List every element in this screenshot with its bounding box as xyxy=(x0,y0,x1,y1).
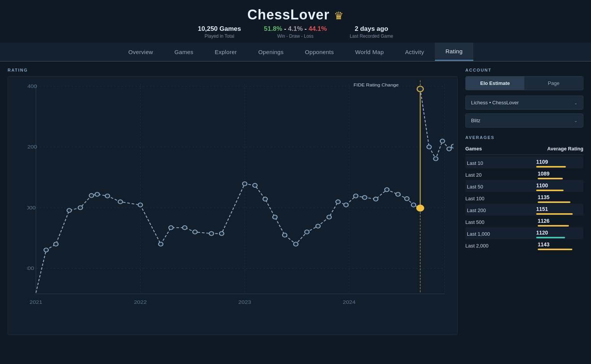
header-title-row: ChessLover ♛ xyxy=(0,7,591,23)
games-stat: 10,250 Games Played in Total xyxy=(198,25,241,39)
wdl-stat: 51.8% - 4.1% - 44.1% Win - Draw - Loss xyxy=(264,25,327,39)
avg-row-value-col: 1143 xyxy=(538,241,583,250)
svg-point-57 xyxy=(440,139,445,143)
svg-point-33 xyxy=(182,226,187,230)
svg-point-25 xyxy=(78,206,83,209)
avg-row-label: Last 200 xyxy=(467,208,497,213)
chevron-down-icon-2: ⌄ xyxy=(574,118,578,123)
last-game: 2 days ago xyxy=(350,25,393,33)
avg-row-label: Last 10 xyxy=(467,160,497,166)
account-section: ACCOUNT Elo Estimate Page Lichess • Ches… xyxy=(465,68,583,128)
win-pct: 51.8% xyxy=(264,25,282,32)
main-content: RATING 8 xyxy=(0,62,591,341)
svg-point-55 xyxy=(427,145,431,149)
svg-point-45 xyxy=(327,215,332,219)
game-mode-value: Blitz xyxy=(471,118,481,123)
avg-row: Last 200 1151 xyxy=(465,204,583,216)
nav-opponents[interactable]: Opponents xyxy=(294,43,345,61)
svg-point-38 xyxy=(253,184,257,187)
avg-bar-container xyxy=(536,166,582,168)
svg-point-35 xyxy=(209,231,214,235)
svg-point-34 xyxy=(193,230,197,234)
svg-text:1400: 1400 xyxy=(27,83,37,89)
nav-activity[interactable]: Activity xyxy=(395,43,435,61)
avg-bar xyxy=(538,178,563,179)
svg-point-47 xyxy=(344,203,348,207)
nav-overview[interactable]: Overview xyxy=(118,43,164,61)
avg-bar xyxy=(538,201,570,203)
nav-explorer[interactable]: Explorer xyxy=(204,43,248,61)
last-game-stat: 2 days ago Last Recorded Game xyxy=(350,25,393,39)
nav-worldmap[interactable]: World Map xyxy=(345,43,395,61)
chevron-down-icon: ⌄ xyxy=(574,100,578,105)
avg-row-value: 1089 xyxy=(538,171,549,177)
avg-row-value-col: 1109 xyxy=(536,159,582,168)
avg-bar-container xyxy=(538,201,583,203)
nav-rating[interactable]: Rating xyxy=(435,43,473,61)
svg-point-46 xyxy=(336,200,340,204)
svg-point-58 xyxy=(447,147,452,151)
avg-row-label: Last 500 xyxy=(465,219,496,225)
avg-row: Last 20 1089 xyxy=(465,168,583,180)
crown-icon: ♛ xyxy=(334,10,343,22)
svg-point-52 xyxy=(396,192,400,196)
svg-point-29 xyxy=(118,200,123,204)
avg-row: Last 10 1109 xyxy=(465,156,583,168)
loss-pct: 44.1% xyxy=(308,25,327,32)
avg-row-label: Last 20 xyxy=(465,172,496,178)
averages-table: Games Average Rating Last 10 1109 Last 2… xyxy=(465,144,583,251)
platform-value: Lichess • ChessLover xyxy=(471,100,519,105)
avg-bar-container xyxy=(538,225,583,227)
svg-text:2021: 2021 xyxy=(29,299,42,305)
games-label: Played in Total xyxy=(198,34,241,39)
right-panel: ACCOUNT Elo Estimate Page Lichess • Ches… xyxy=(465,68,583,335)
platform-dropdown[interactable]: Lichess • ChessLover ⌄ xyxy=(465,96,583,110)
avg-row: Last 500 1126 xyxy=(465,216,583,227)
nav-games[interactable]: Games xyxy=(164,43,204,61)
avg-col2-header: Average Rating xyxy=(547,146,583,152)
averages-section: AVERAGES Games Average Rating Last 10 11… xyxy=(465,135,583,251)
spike-circle xyxy=(417,86,423,91)
svg-point-39 xyxy=(263,197,268,201)
account-toggle-group: Elo Estimate Page xyxy=(465,76,583,90)
wdl-values: 51.8% - 4.1% - 44.1% xyxy=(264,25,327,33)
avg-bar xyxy=(538,249,572,250)
nav-openings[interactable]: Openings xyxy=(248,43,294,61)
toggle-elo-estimate[interactable]: Elo Estimate xyxy=(466,77,524,90)
username: ChessLover xyxy=(248,7,330,22)
game-mode-dropdown[interactable]: Blitz ⌄ xyxy=(465,113,583,128)
navigation: Overview Games Explorer Openings Opponen… xyxy=(0,43,591,62)
svg-point-23 xyxy=(54,242,58,246)
svg-point-44 xyxy=(316,224,320,228)
svg-text:1200: 1200 xyxy=(27,144,37,150)
svg-point-31 xyxy=(158,242,163,246)
svg-point-36 xyxy=(219,231,224,235)
header-stats: 10,250 Games Played in Total 51.8% - 4.1… xyxy=(0,25,591,39)
avg-row-value: 1100 xyxy=(536,182,548,188)
avg-bar xyxy=(538,225,569,227)
avg-row-label: Last 2,000 xyxy=(465,243,496,249)
avg-row: Last 2,000 1143 xyxy=(465,239,583,251)
svg-point-59 xyxy=(451,144,454,148)
svg-point-42 xyxy=(294,242,298,246)
avg-row-value: 1151 xyxy=(536,206,548,212)
chart-container: 800 1000 1200 1400 2021 2022 2023 2024 xyxy=(8,76,458,335)
avg-bar-container xyxy=(536,190,582,191)
toggle-page[interactable]: Page xyxy=(524,77,583,90)
avg-rows-container: Last 10 1109 Last 20 1089 Last 50 1100 L… xyxy=(465,156,583,251)
chart-section: RATING 8 xyxy=(8,68,458,335)
svg-text:2024: 2024 xyxy=(343,299,356,305)
svg-point-24 xyxy=(67,208,72,212)
avg-row-label: Last 100 xyxy=(465,196,496,201)
avg-row-value: 1126 xyxy=(538,218,549,224)
avg-row-value-col: 1135 xyxy=(538,194,583,203)
avg-bar xyxy=(536,213,573,215)
avg-row-value: 1109 xyxy=(536,159,548,165)
tooltip-label: FIDE Rating Change xyxy=(354,83,399,88)
avg-row-value: 1135 xyxy=(538,194,549,200)
rating-chart: 800 1000 1200 1400 2021 2022 2023 2024 xyxy=(27,80,454,323)
rating-label: RATING xyxy=(8,68,458,72)
avg-bar xyxy=(536,166,566,168)
avg-row-value-col: 1089 xyxy=(538,171,583,179)
dash2: - xyxy=(305,25,308,32)
